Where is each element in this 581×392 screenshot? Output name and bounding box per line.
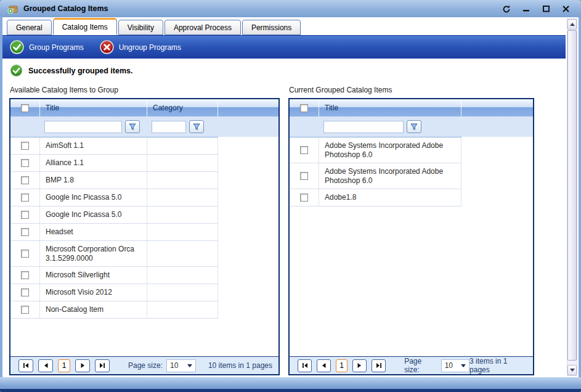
current-page-button[interactable]: 1: [58, 359, 70, 372]
tab-approval-process[interactable]: Approval Process: [165, 20, 241, 35]
pager: 1 Page size: 10 10 items in 1 pages: [10, 356, 278, 374]
cell-title: AimSoft 1.1: [40, 137, 147, 154]
scrollbar-thumb[interactable]: [567, 30, 577, 361]
row-checkbox[interactable]: [21, 288, 29, 296]
table-row[interactable]: Adobe Systems Incorporated Adobe Photosh…: [290, 163, 461, 189]
select-all-checkbox[interactable]: [300, 104, 308, 112]
cell-title: Adobe Systems Incorporated Adobe Photosh…: [319, 137, 461, 163]
prev-page-button[interactable]: [317, 359, 331, 372]
vertical-scrollbar[interactable]: [567, 18, 577, 376]
column-header-category[interactable]: Category: [147, 99, 218, 116]
grid-body: AimSoft 1.1 Alliance 1.1 BMP 1.8 Google …: [10, 137, 278, 356]
cell-title: Alliance 1.1: [40, 155, 147, 171]
available-items-grid: Title Category: [9, 98, 280, 375]
page-size-select[interactable]: 10: [441, 359, 469, 372]
table-row[interactable]: Microsoft Visio 2012: [10, 284, 218, 301]
row-checkbox[interactable]: [21, 250, 29, 258]
grouped-items-label: Current Grouped Catalog Items: [289, 86, 534, 94]
status-message: Successfully grouped items.: [10, 64, 566, 77]
footer-accent-bar: [0, 389, 581, 392]
page-size-label: Page size:: [404, 357, 437, 374]
pager-summary: 10 items in 1 pages: [208, 361, 272, 370]
tab-visibility[interactable]: Visibility: [118, 20, 163, 35]
cell-title: Google Inc Picassa 5.0: [40, 206, 147, 223]
title-filter-funnel-icon[interactable]: [407, 120, 421, 133]
cell-category: [147, 301, 218, 318]
select-all-checkbox[interactable]: [21, 104, 29, 112]
first-page-button[interactable]: [18, 359, 33, 372]
table-row[interactable]: AimSoft 1.1: [10, 137, 218, 155]
cell-category: [147, 267, 218, 284]
ungroup-programs-button[interactable]: Ungroup Programs: [100, 40, 181, 54]
row-checkbox[interactable]: [21, 194, 29, 202]
table-row[interactable]: Adobe Systems Incorporated Adobe Photosh…: [290, 137, 461, 163]
filter-row: [10, 116, 278, 137]
table-row[interactable]: Google Inc Picassa 5.0: [10, 206, 218, 224]
maximize-icon[interactable]: [540, 4, 551, 14]
row-checkbox[interactable]: [300, 194, 308, 202]
tab-catalog-items[interactable]: Catalog Items: [53, 18, 117, 35]
row-checkbox[interactable]: [21, 271, 29, 279]
page-size-select[interactable]: 10: [166, 359, 196, 372]
cell-category: [147, 189, 218, 206]
row-checkbox[interactable]: [21, 142, 29, 150]
next-page-button[interactable]: [75, 359, 90, 372]
title-filter-input[interactable]: [44, 121, 122, 133]
green-check-icon: [10, 40, 24, 54]
row-checkbox[interactable]: [300, 146, 308, 154]
cell-title: Microsoft Silverlight: [40, 267, 147, 284]
status-text: Successfully grouped items.: [28, 67, 133, 75]
grouped-items-panel: Current Grouped Catalog Items Title: [288, 86, 534, 375]
tab-permissions[interactable]: Permissions: [242, 20, 301, 35]
table-row[interactable]: Adobe1.8: [290, 189, 461, 206]
minimize-icon[interactable]: [521, 4, 532, 14]
tab-general[interactable]: General: [7, 20, 52, 35]
table-row[interactable]: Non-Catalog Item: [10, 301, 218, 319]
scroll-down-icon[interactable]: [567, 365, 577, 375]
row-checkbox[interactable]: [21, 159, 29, 167]
table-row[interactable]: Headset: [10, 224, 218, 241]
row-checkbox[interactable]: [21, 176, 29, 184]
table-row[interactable]: BMP 1.8: [10, 172, 218, 189]
window-title: Grouped Catalog Items: [23, 4, 108, 13]
category-filter-funnel-icon[interactable]: [189, 120, 204, 133]
first-page-button[interactable]: [298, 359, 312, 372]
current-page-button[interactable]: 1: [336, 359, 347, 372]
last-page-button[interactable]: [95, 359, 110, 372]
category-filter-input[interactable]: [152, 121, 186, 133]
cell-title: Adobe1.8: [319, 189, 461, 206]
title-bar: Grouped Catalog Items: [0, 0, 581, 17]
row-checkbox[interactable]: [21, 211, 29, 219]
close-icon[interactable]: [560, 4, 571, 14]
scroll-up-icon[interactable]: [567, 19, 577, 30]
table-row[interactable]: Microsoft Corporation Orca 3.1.5299.0000: [10, 241, 218, 267]
filter-row: [290, 116, 533, 137]
title-filter-input[interactable]: [323, 121, 404, 133]
row-checkbox[interactable]: [21, 306, 29, 314]
table-row[interactable]: Alliance 1.1: [10, 155, 218, 172]
refresh-icon[interactable]: [501, 4, 512, 14]
chevron-down-icon: [461, 364, 466, 367]
window-footer: [0, 377, 581, 392]
available-items-label: Available Catalog Items to Group: [10, 86, 280, 94]
cell-title: Microsoft Corporation Orca 3.1.5299.0000: [40, 241, 147, 266]
table-row[interactable]: Microsoft Silverlight: [10, 267, 218, 284]
cell-category: [147, 224, 218, 240]
group-programs-button[interactable]: Group Programs: [10, 40, 84, 54]
prev-page-button[interactable]: [38, 359, 53, 372]
column-header-title[interactable]: Title: [319, 99, 461, 116]
row-checkbox[interactable]: [21, 228, 29, 236]
last-page-button[interactable]: [372, 359, 386, 372]
cell-category: [147, 172, 218, 189]
next-page-button[interactable]: [352, 359, 367, 372]
chevron-down-icon: [187, 364, 192, 367]
grid-body: Adobe Systems Incorporated Adobe Photosh…: [290, 137, 533, 356]
column-header-title[interactable]: Title: [40, 99, 147, 116]
cell-category: [147, 241, 218, 266]
dialog-window: Grouped Catalog Items General Catalog It…: [0, 0, 581, 392]
tab-strip: General Catalog Items Visibility Approva…: [2, 17, 566, 35]
title-filter-funnel-icon[interactable]: [125, 120, 140, 133]
row-checkbox[interactable]: [300, 172, 308, 180]
grid-header: Title: [290, 99, 533, 116]
table-row[interactable]: Google Inc Picassa 5.0: [10, 189, 218, 206]
